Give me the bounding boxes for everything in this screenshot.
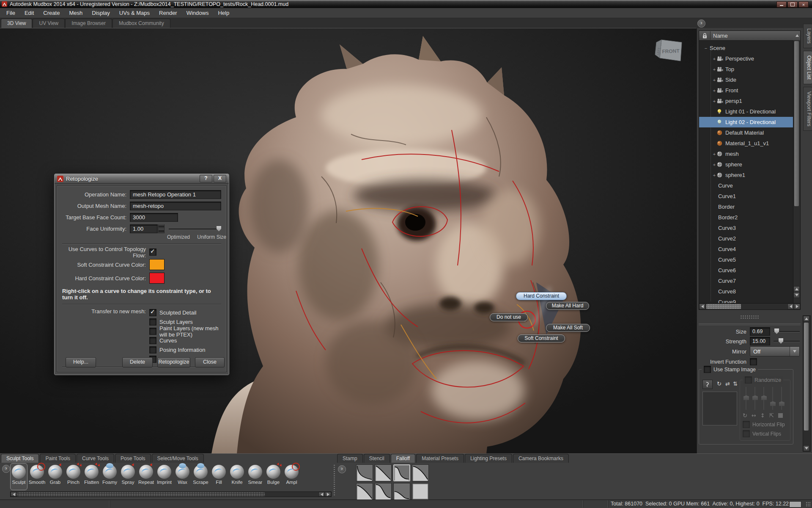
sidebar-scroll-up-button[interactable] (803, 316, 809, 322)
tree-item-curve2[interactable]: Curve2 (699, 233, 794, 244)
tree-scroll-left-button[interactable] (699, 304, 705, 309)
preset-tab-stencil[interactable]: Stencil (364, 454, 390, 463)
tree-item-top[interactable]: +Top (699, 64, 794, 75)
tool-knife[interactable]: Knife (228, 463, 246, 490)
soft-constraint-color-swatch[interactable] (149, 259, 165, 270)
preset-tab-lighting-presets[interactable]: Lighting Presets (465, 454, 512, 463)
tree-scroll-left-button-2[interactable] (787, 304, 794, 309)
retopologize-button[interactable]: Retopologize (157, 357, 190, 367)
tool-spray[interactable]: Spray (119, 463, 137, 490)
transfer-checkbox-posing-information[interactable] (149, 346, 156, 353)
tool-wax[interactable]: Wax (174, 463, 191, 490)
dialog-title-bar[interactable]: Retopologize ? X (55, 174, 229, 184)
menu-create[interactable]: Create (38, 8, 64, 18)
tree-item-mesh[interactable]: +mesh (699, 149, 794, 159)
falloff-preset-concave-decay[interactable] (375, 464, 392, 481)
randomize-slider-3[interactable] (761, 387, 767, 410)
tools-scroll-left-button[interactable] (11, 492, 17, 497)
menu-uvs-maps[interactable]: UVs & Maps (115, 8, 154, 18)
tree-vertical-scrollbar[interactable] (793, 40, 800, 304)
face-uniformity-slider[interactable] (169, 226, 221, 232)
marking-menu-item-do-not-use[interactable]: Do not use (490, 313, 528, 321)
tree-item-scene[interactable]: −Scene (699, 43, 794, 53)
tree-horizontal-scrollbar[interactable] (699, 303, 800, 309)
menu-mesh[interactable]: Mesh (64, 8, 87, 18)
stamp-flip-vertical-icon[interactable]: ⇅ (733, 381, 738, 387)
strength-slider[interactable] (774, 338, 800, 344)
tree-item-default-material[interactable]: Default Material (699, 127, 794, 138)
preset-tray-collapse-button[interactable]: › (338, 465, 346, 473)
side-tab-object-list[interactable]: Object List (803, 51, 812, 84)
stamp-flip-horizontal-icon[interactable]: ⇄ (725, 381, 730, 387)
tab-image-browser[interactable]: Image Browser (65, 19, 112, 28)
tree-item-border[interactable]: Border (699, 202, 794, 212)
falloff-preset-round-decay-2[interactable] (356, 483, 373, 500)
transfer-checkbox-sculpted-detail[interactable] (149, 309, 156, 316)
preset-tab-camera-bookmarks[interactable]: Camera Bookmarks (513, 454, 569, 463)
tree-item-sphere[interactable]: +sphere (699, 159, 794, 170)
tree-expander[interactable]: + (712, 173, 717, 178)
sidebar-scrollbar[interactable] (803, 315, 811, 452)
stamp-rotate-icon[interactable]: ↻ (717, 381, 721, 387)
use-curves-checkbox[interactable] (149, 248, 156, 256)
tool-flatten[interactable]: Flatten (83, 463, 100, 490)
tree-item-perspective[interactable]: +Perspective (699, 53, 794, 64)
tool-grab[interactable]: Grab (47, 463, 64, 490)
close-dialog-button[interactable]: Close (195, 357, 225, 367)
tree-expander[interactable]: + (712, 67, 717, 72)
tray-divider[interactable] (334, 465, 335, 495)
menu-windows[interactable]: Windows (182, 8, 214, 18)
tab-mudbox-community[interactable]: Mudbox Community (112, 19, 170, 28)
tree-item-curve4[interactable]: Curve4 (699, 244, 794, 254)
vertical-flip-checkbox[interactable] (743, 430, 750, 437)
retopologize-dialog[interactable]: Retopologize ? X Operation Name: mesh Re… (54, 174, 229, 375)
dialog-help-button[interactable]: ? (200, 175, 212, 182)
mirror-dropdown-arrow[interactable] (790, 347, 799, 356)
tree-item-side[interactable]: +Side (699, 75, 794, 85)
menu-help[interactable]: Help (213, 8, 234, 18)
tool-pinch[interactable]: Pinch (65, 463, 82, 490)
delete-button[interactable]: Delete (122, 357, 153, 367)
tree-item-material-1-u1-v1[interactable]: Material_1_u1_v1 (699, 138, 794, 149)
randomize-slider-2[interactable] (752, 387, 758, 410)
tree-item-curve8[interactable]: Curve8 (699, 286, 794, 297)
marking-menu-item-soft-constraint[interactable]: Soft Constraint (518, 334, 565, 342)
face-uniformity-field[interactable]: 1.00 (130, 224, 158, 233)
tools-scroll-left-button-2[interactable] (318, 492, 325, 497)
invert-function-checkbox[interactable] (750, 358, 757, 365)
marking-menu-item-make-all-soft[interactable]: Make All Soft (546, 324, 590, 332)
tree-item-curve1[interactable]: Curve1 (699, 191, 794, 202)
tab-3d-view[interactable]: 3D View (1, 19, 32, 28)
marking-menu-item-hard-constraint[interactable]: Hard Constraint (516, 292, 567, 300)
tree-expander[interactable]: + (712, 77, 717, 83)
randomize-vertical-icon[interactable]: ↕ (760, 412, 765, 419)
randomize-checkbox[interactable] (745, 376, 752, 384)
tool-tab-paint-tools[interactable]: Paint Tools (40, 454, 75, 463)
tool-repeat[interactable]: Repeat (137, 463, 155, 490)
tools-scroll-right-button[interactable] (325, 492, 331, 497)
tool-tray-scrollbar[interactable] (10, 491, 332, 497)
window-title-bar[interactable]: Autodesk Mudbox 2014 x64 - Unregistered … (0, 0, 812, 8)
randomize-rotate-icon[interactable]: ↻ (743, 412, 747, 419)
tree-expander[interactable]: + (712, 56, 717, 61)
menu-render[interactable]: Render (154, 8, 182, 18)
transfer-checkbox-curves[interactable] (149, 337, 156, 344)
view-cube[interactable]: FRONT LEFT (654, 36, 683, 64)
tree-item-light-02-directional[interactable]: Light 02 - Directional (699, 117, 794, 127)
tree-item-persp1[interactable]: +persp1 (699, 96, 794, 106)
tool-foamy[interactable]: Foamy (101, 463, 118, 490)
tree-item-curve6[interactable]: Curve6 (699, 265, 794, 276)
face-uniformity-spinner[interactable] (158, 224, 164, 233)
menu-display[interactable]: Display (87, 8, 115, 18)
tree-expander[interactable]: + (712, 152, 717, 157)
strength-value-field[interactable]: 15.00 (750, 337, 770, 345)
randomize-swatch-icon[interactable] (778, 413, 783, 418)
tree-item-curve[interactable]: Curve (699, 180, 794, 191)
stamp-curve-button[interactable] (702, 380, 713, 389)
minimize-button[interactable] (776, 1, 787, 8)
operation-name-field[interactable]: mesh Retopo Operation 1 (130, 190, 221, 199)
tools-scroll-thumb[interactable] (17, 492, 265, 496)
tree-expander[interactable]: − (703, 46, 708, 51)
falloff-preset-s-curve-2[interactable] (375, 483, 392, 500)
tree-item-front[interactable]: +Front (699, 85, 794, 96)
